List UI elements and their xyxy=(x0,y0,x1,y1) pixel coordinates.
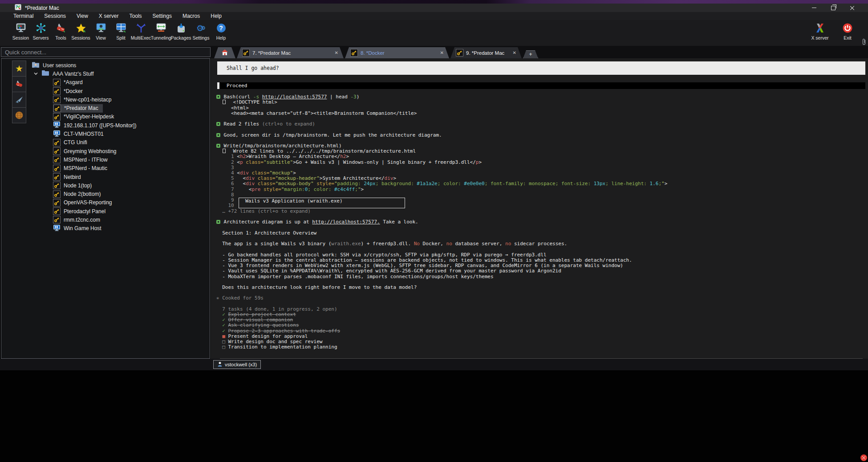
tree-root-user-sessions[interactable]: User sessions xyxy=(28,61,208,69)
tab-close-icon[interactable]: ✕ xyxy=(335,50,338,55)
toolbar-tools[interactable]: Tools xyxy=(51,20,71,46)
toolbar-exit[interactable]: Exit xyxy=(836,20,859,46)
window-title: *Predator Mac xyxy=(25,5,59,11)
menu-terminal[interactable]: Terminal xyxy=(13,13,33,19)
session-item[interactable]: *Asgard xyxy=(28,78,208,87)
session-item[interactable]: CLT-VMHOST01 xyxy=(28,130,208,138)
home-icon xyxy=(221,49,228,57)
minimize-icon xyxy=(812,8,816,8)
folder-icon xyxy=(41,70,49,77)
toolbar-multiexec[interactable]: MultiExec xyxy=(131,20,151,46)
session-item[interactable]: Netbird xyxy=(28,173,208,181)
toolbar-packages[interactable]: Packages xyxy=(171,20,191,46)
tool-bullet-icon xyxy=(216,220,220,224)
session-item[interactable]: Greyming Webhosting xyxy=(28,147,208,155)
maximize-button[interactable] xyxy=(823,4,843,12)
new-tab-button[interactable]: + xyxy=(523,50,538,58)
terminal-line: ✓ Offer visual companion xyxy=(216,317,868,323)
terminal-line: ✓ Propose 2-3 approaches with trade-offs xyxy=(216,328,868,334)
terminal[interactable]: Shall I go ahead?Proceed Bash(curl -s ht… xyxy=(211,58,868,359)
session-label: User sessions xyxy=(43,62,76,69)
session-item[interactable]: Pterodactyl Panel xyxy=(28,207,208,215)
toolbar-help[interactable]: ? Help xyxy=(211,20,231,46)
toolbar-servers[interactable]: Servers xyxy=(31,20,51,46)
tab-9-predator-mac[interactable]: 9. *Predator Mac ✕ xyxy=(450,47,522,58)
terminal-line: The app is a single Wails v3 binary (wra… xyxy=(216,241,868,247)
terminal-line xyxy=(216,290,868,296)
session-item[interactable]: rmm.t2cnc.com xyxy=(28,215,208,224)
session-label: OpenVAS-Reporting xyxy=(64,199,112,206)
minimize-button[interactable] xyxy=(804,4,823,12)
architecture-box: 9 10Wails v3 Application (wraith.exe) xyxy=(216,198,868,209)
session-item[interactable]: *VigilCyber-Helpdesk xyxy=(28,113,208,121)
session-item[interactable]: MSPNerd - ITFlow xyxy=(28,155,208,164)
session-label: 192.168.1.107 ([UPS-Monitor]) xyxy=(64,122,136,129)
toolbar-x-server[interactable]: X server xyxy=(808,20,831,46)
key-icon xyxy=(53,105,61,112)
toolbar-view[interactable]: View xyxy=(91,20,111,46)
x-server-icon xyxy=(814,22,826,34)
globe-icon[interactable] xyxy=(12,107,26,123)
menu-help[interactable]: Help xyxy=(211,13,222,19)
status-bar: vstockwell (x3) xyxy=(0,359,868,370)
session-label: Node 2(bottom) xyxy=(64,191,101,197)
menu-sessions[interactable]: Sessions xyxy=(44,13,66,19)
session-label: Node 1(top) xyxy=(64,182,92,189)
notification-close-icon[interactable] xyxy=(860,454,867,461)
tab-8-docker[interactable]: 8. *Docker ✕ xyxy=(345,47,449,58)
toolbar-split[interactable]: Split xyxy=(111,20,131,46)
session-label: *New-cp01-heistacp xyxy=(64,97,111,103)
tree-group-folder[interactable]: AAA Vantz's Stuff xyxy=(28,69,208,78)
terminal-line: ✓ Explore project context xyxy=(216,312,868,317)
session-label: AAA Vantz's Stuff xyxy=(53,71,94,77)
session-item[interactable]: *New-cp01-heistacp xyxy=(28,95,208,104)
key-icon xyxy=(456,49,463,57)
proceed-option[interactable]: Proceed xyxy=(217,82,865,89)
toolbar: Session Servers Tools Sessions View Spli… xyxy=(0,20,868,46)
session-label: MSPNerd - Mautic xyxy=(64,165,107,171)
session-item[interactable]: 192.168.1.107 ([UPS-Monitor]) xyxy=(28,121,208,130)
toolbar-session[interactable]: Session xyxy=(11,20,31,46)
close-button[interactable] xyxy=(843,4,862,12)
toolbar-settings[interactable]: ⚙⚙ Settings xyxy=(191,20,211,46)
menu-settings[interactable]: Settings xyxy=(153,13,172,19)
wails-app-box: Wails v3 Application (wraith.exe) xyxy=(239,198,405,208)
session-item[interactable]: Node 1(top) xyxy=(28,181,208,190)
session-item[interactable]: Node 2(bottom) xyxy=(28,190,208,198)
favorites-star-icon[interactable]: ★ xyxy=(12,61,26,77)
toolbar-sessions[interactable]: Sessions xyxy=(71,20,91,46)
session-item[interactable]: OpenVAS-Reporting xyxy=(28,199,208,207)
paper-plane-icon[interactable] xyxy=(12,92,26,108)
tab-close-icon[interactable]: ✕ xyxy=(513,50,516,55)
quick-connect-input[interactable] xyxy=(1,47,211,57)
terminal-line: 3 xyxy=(216,165,868,170)
sidebar-rail: ★ xyxy=(12,61,26,123)
session-item[interactable]: CTG Unifi xyxy=(28,138,208,147)
session-item[interactable]: Win Game Host xyxy=(28,224,208,233)
menu-x-server[interactable]: X server xyxy=(99,13,119,19)
menu-view[interactable]: View xyxy=(77,13,88,19)
menu-tools[interactable]: Tools xyxy=(130,13,142,19)
session-item[interactable]: *Docker xyxy=(28,87,208,95)
tools-knife-icon[interactable] xyxy=(12,76,26,92)
terminal-line xyxy=(216,350,868,355)
session-item[interactable]: *Predator Mac xyxy=(28,104,208,112)
tab-close-icon[interactable]: ✕ xyxy=(440,50,444,55)
terminal-line: - MobaXTerm importer parses .mobaconf IN… xyxy=(216,274,868,280)
session-label: CLT-VMHOST01 xyxy=(64,131,104,137)
toolbar-tunneling[interactable]: Tunneling xyxy=(151,20,171,46)
session-status-button[interactable]: vstockwell (x3) xyxy=(213,360,261,369)
terminal-line: ✳ Cooked for 59s xyxy=(216,296,868,301)
terminal-line: Architecture diagram is up at http://loc… xyxy=(216,219,868,225)
attachments-paperclip-icon[interactable] xyxy=(861,38,867,47)
tab-home[interactable] xyxy=(214,47,235,58)
session-status-label: vstockwell (x3) xyxy=(225,362,257,367)
session-item[interactable]: MSPNerd - Mautic xyxy=(28,164,208,173)
terminal-line: 8 xyxy=(216,192,868,198)
key-icon xyxy=(53,207,61,215)
terminal-line: Read 2 files (ctrl+o to expand) xyxy=(216,122,868,127)
chevron-down-icon[interactable] xyxy=(33,71,38,77)
menu-macros[interactable]: Macros xyxy=(183,13,200,19)
multiexec-fork-icon xyxy=(135,22,147,34)
tab-7-predator-mac[interactable]: 7. *Predator Mac ✕ xyxy=(237,47,344,58)
